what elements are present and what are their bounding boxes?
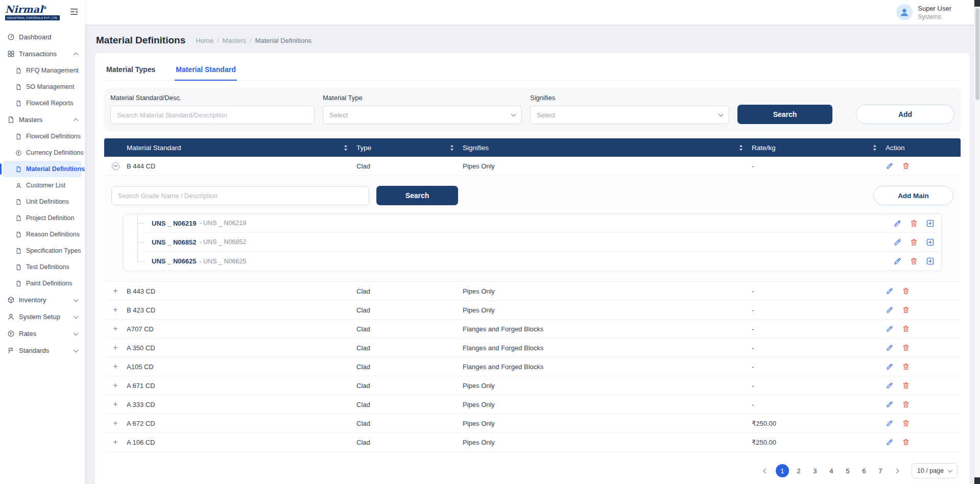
sidebar-item-rfq-management[interactable]: RFQ Management xyxy=(3,62,82,79)
expand-row-icon[interactable]: + xyxy=(113,344,117,352)
edit-icon[interactable] xyxy=(886,400,894,408)
edit-icon[interactable] xyxy=(886,344,894,352)
sidebar-item-transactions[interactable]: Transactions xyxy=(3,45,82,62)
sort-icon[interactable] xyxy=(343,144,348,152)
sidebar-item-inventory[interactable]: Inventory xyxy=(3,292,82,308)
edit-icon[interactable] xyxy=(886,381,894,390)
sidebar-item-paint-definitions[interactable]: Paint Definitions xyxy=(3,275,82,292)
sidebar-item-system-setup[interactable]: System Setup xyxy=(3,308,82,325)
delete-icon[interactable] xyxy=(902,362,910,371)
sidebar-item-material-definitions[interactable]: Material Definitions xyxy=(3,161,82,177)
delete-icon[interactable] xyxy=(902,306,910,314)
scrollbar-up-button[interactable] xyxy=(974,0,980,7)
delete-icon[interactable] xyxy=(910,219,918,228)
delete-icon[interactable] xyxy=(910,238,918,247)
material-standard-search-input[interactable] xyxy=(110,106,315,124)
edit-icon[interactable] xyxy=(886,362,894,371)
sidebar-item-unit-definitions[interactable]: Unit Definitions xyxy=(3,193,82,210)
sidebar-item-dashboard[interactable]: Dashboard xyxy=(3,29,82,45)
scrollbar[interactable] xyxy=(974,0,980,484)
sidebar-item-flowcell-reports[interactable]: Flowcell Reports xyxy=(3,95,82,111)
expand-row-icon[interactable]: + xyxy=(113,362,117,371)
edit-icon[interactable] xyxy=(886,438,894,446)
delete-icon[interactable] xyxy=(902,287,910,295)
cell-rate: - xyxy=(752,287,886,295)
page-button[interactable]: 5 xyxy=(841,464,854,477)
expand-row-icon[interactable]: + xyxy=(113,287,117,295)
collapse-row-icon[interactable] xyxy=(112,162,119,170)
add-button[interactable]: Add xyxy=(856,105,954,124)
add-main-button[interactable]: Add Main xyxy=(873,186,953,205)
sidebar-item-currency-definitions[interactable]: Currency Definitions xyxy=(3,144,82,161)
scrollbar-thumb[interactable] xyxy=(975,8,979,100)
page-button[interactable]: 3 xyxy=(808,464,822,477)
add-grade-icon[interactable] xyxy=(926,219,935,228)
sort-icon[interactable] xyxy=(872,144,877,152)
sidebar-item-specification-types[interactable]: Specification Types xyxy=(3,243,82,259)
sidebar-item-project-definition[interactable]: Project Definition xyxy=(3,210,82,226)
page-button[interactable]: 7 xyxy=(874,464,887,477)
prev-page-button[interactable] xyxy=(759,464,773,477)
sidebar-item-reason-definitions[interactable]: Reason Definitions xyxy=(3,226,82,243)
signifies-filter-label: Signifies xyxy=(530,94,729,102)
sort-icon[interactable] xyxy=(449,144,455,152)
column-header-signifies[interactable]: Signifies xyxy=(463,144,752,152)
sidebar-item-test-definitions[interactable]: Test Definitions xyxy=(3,259,82,275)
user-menu[interactable]: Super User Systems xyxy=(896,4,951,20)
expand-row-icon[interactable]: + xyxy=(113,419,117,427)
sidebar-item-flowcell-definitions[interactable]: Flowcell Definitions xyxy=(3,128,82,144)
expand-row-icon[interactable]: + xyxy=(113,325,117,333)
edit-icon[interactable] xyxy=(893,219,902,228)
edit-icon[interactable] xyxy=(886,287,894,295)
menu-fold-icon[interactable] xyxy=(69,7,80,17)
edit-icon[interactable] xyxy=(886,306,894,314)
delete-icon[interactable] xyxy=(902,344,910,352)
column-header-material-standard[interactable]: Material Standard xyxy=(127,144,356,152)
expand-row-icon[interactable]: + xyxy=(113,306,117,314)
sidebar-header: Nirmal® INDUSTRIAL CONTROLS PVT. LTD. xyxy=(0,0,85,25)
search-button[interactable]: Search xyxy=(737,105,832,124)
tab-material-standard[interactable]: Material Standard xyxy=(175,59,236,81)
expand-row-icon[interactable]: + xyxy=(113,400,117,408)
edit-icon[interactable] xyxy=(886,325,894,333)
page-button[interactable]: 4 xyxy=(825,464,838,477)
delete-icon[interactable] xyxy=(902,162,910,170)
breadcrumb-home[interactable]: Home xyxy=(196,37,213,44)
page-button[interactable]: 2 xyxy=(792,464,805,477)
next-page-button[interactable] xyxy=(890,464,903,477)
flowcell-reports-icon xyxy=(15,100,22,107)
sidebar-item-rates[interactable]: Rates xyxy=(3,325,82,342)
delete-icon[interactable] xyxy=(902,381,910,390)
sidebar-item-customer-list[interactable]: Customer List xyxy=(3,177,82,193)
page-size-select[interactable]: 10 / page xyxy=(912,463,958,478)
add-grade-icon[interactable] xyxy=(926,257,935,265)
edit-icon[interactable] xyxy=(893,238,902,247)
sort-icon[interactable] xyxy=(738,144,744,152)
tab-material-types[interactable]: Material Types xyxy=(105,59,156,80)
sidebar-item-standards[interactable]: Standards xyxy=(3,342,82,359)
delete-icon[interactable] xyxy=(902,325,910,333)
edit-icon[interactable] xyxy=(886,419,894,427)
signifies-select[interactable]: Select xyxy=(530,106,729,124)
sidebar-item-so-management[interactable]: SO Management xyxy=(3,79,82,95)
edit-icon[interactable] xyxy=(886,162,894,170)
page-button[interactable]: 1 xyxy=(776,464,789,477)
expand-row-icon[interactable]: + xyxy=(113,381,117,390)
material-type-select[interactable]: Select xyxy=(323,106,522,124)
grade-search-button[interactable]: Search xyxy=(376,186,458,205)
edit-icon[interactable] xyxy=(893,257,902,265)
delete-icon[interactable] xyxy=(910,257,918,265)
delete-icon[interactable] xyxy=(902,419,910,427)
column-header-type[interactable]: Type xyxy=(356,144,463,152)
grade-search-input[interactable] xyxy=(111,186,369,205)
breadcrumb-masters[interactable]: Masters xyxy=(223,37,246,44)
add-grade-icon[interactable] xyxy=(926,238,935,247)
scrollbar-down-button[interactable] xyxy=(974,477,980,484)
column-header-rate[interactable]: Rate/kg xyxy=(752,144,886,152)
page-button[interactable]: 6 xyxy=(857,464,871,477)
customer-list-icon xyxy=(15,182,22,189)
expand-row-icon[interactable]: + xyxy=(113,438,117,446)
delete-icon[interactable] xyxy=(902,400,910,408)
sidebar-item-masters[interactable]: Masters xyxy=(3,111,82,128)
delete-icon[interactable] xyxy=(902,438,910,446)
